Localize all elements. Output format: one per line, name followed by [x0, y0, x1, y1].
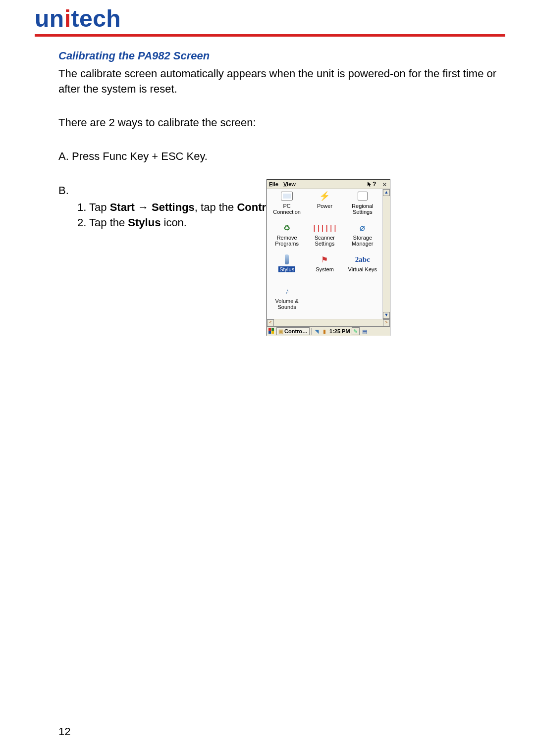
cp-item-volume-sounds[interactable]: ♪ Volume & Sounds	[268, 284, 305, 310]
cp-item-scanner-settings[interactable]: |||||| Scanner Settings	[306, 221, 343, 247]
control-panel-menubar: File View ? ×	[267, 180, 390, 189]
scanner-settings-icon: ||||||	[318, 222, 331, 234]
scroll-down-button[interactable]: ▼	[383, 312, 390, 319]
help-icon[interactable]: ?	[367, 181, 376, 188]
svg-rect-2	[268, 331, 271, 334]
intro-paragraph: The calibrate screen automatically appea…	[58, 66, 505, 97]
volume-sounds-icon: ♪	[280, 285, 294, 297]
storage-manager-icon: ⌀	[356, 222, 370, 234]
scroll-right-button[interactable]: >	[383, 319, 390, 326]
cursor-icon	[367, 181, 372, 187]
cp-item-storage-manager[interactable]: ⌀ Storage Manager	[344, 221, 381, 247]
control-panel-window: File View ? × PC Connection ⚡ Power	[267, 179, 390, 336]
logo-dot: i	[64, 5, 71, 32]
taskbar-clock[interactable]: 1:25 PM	[329, 328, 350, 334]
cp-item-remove-programs[interactable]: ♻ Remove Programs	[268, 221, 305, 247]
cp-item-regional-settings[interactable]: Regional Settings	[344, 189, 381, 215]
stylus-icon	[280, 253, 294, 265]
menu-file[interactable]: File	[269, 181, 278, 187]
unitech-logo: unitech	[35, 5, 535, 32]
cp-item-stylus[interactable]: Stylus	[268, 252, 305, 272]
svg-rect-1	[271, 328, 274, 331]
power-icon: ⚡	[318, 190, 331, 202]
cp-item-pc-connection[interactable]: PC Connection	[268, 189, 305, 215]
control-panel-icon-grid: PC Connection ⚡ Power Regional Settings …	[267, 189, 382, 319]
cp-item-virtual-keys[interactable]: 2abc Virtual Keys	[344, 252, 381, 272]
page-number: 12	[58, 725, 70, 738]
start-button[interactable]	[268, 328, 275, 335]
taskbar: ▣ Contro… ◥ ▮ 1:25 PM ✎ ▤	[267, 326, 390, 336]
system-icon: ⚑	[318, 253, 331, 265]
logo-text-suffix: tech	[71, 5, 121, 32]
folder-icon: ▣	[278, 328, 283, 335]
horizontal-scrollbar[interactable]: < >	[267, 319, 390, 326]
remove-programs-icon: ♻	[280, 222, 294, 234]
cp-item-power[interactable]: ⚡ Power	[306, 189, 343, 209]
vertical-scrollbar[interactable]: ▲ ▼	[382, 189, 390, 319]
tray-desktop-icon[interactable]: ▤	[361, 328, 368, 335]
menu-view[interactable]: View	[283, 181, 296, 187]
cp-item-system[interactable]: ⚑ System	[306, 252, 343, 272]
tray-sip-icon[interactable]: ✎	[352, 327, 360, 335]
page-header: unitech	[0, 0, 535, 32]
section-heading: Calibrating the PA982 Screen	[58, 49, 505, 63]
system-tray: ◥ ▮	[313, 328, 328, 335]
scroll-left-button[interactable]: <	[267, 319, 274, 326]
regional-settings-icon	[356, 190, 370, 202]
tray-network-icon[interactable]: ◥	[313, 328, 320, 335]
pc-connection-icon	[280, 190, 294, 202]
tray-battery-icon[interactable]: ▮	[321, 328, 328, 335]
svg-rect-3	[271, 331, 274, 334]
logo-text-prefix: un	[35, 5, 64, 32]
ways-line: There are 2 ways to calibrate the screen…	[58, 115, 505, 130]
svg-rect-0	[268, 328, 271, 331]
close-icon[interactable]: ×	[381, 181, 388, 188]
virtual-keys-icon: 2abc	[356, 253, 370, 265]
taskbar-active-app[interactable]: ▣ Contro…	[276, 327, 310, 335]
windows-flag-icon	[268, 328, 275, 335]
scroll-up-button[interactable]: ▲	[383, 189, 390, 196]
way-a: A. Press Func Key + ESC Key.	[58, 149, 505, 164]
